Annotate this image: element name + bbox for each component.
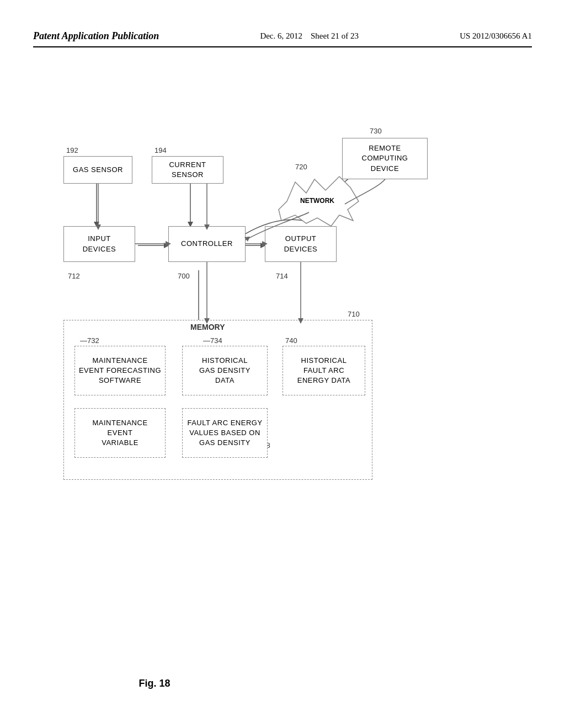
label-734: —734 [203,336,222,345]
label-714: 714 [276,272,288,280]
label-192: 192 [66,146,78,154]
memory-label: MEMORY [190,323,225,331]
label-710: 710 [348,310,360,318]
page: Patent Application Publication Dec. 6, 2… [0,0,565,728]
box-input-devices: INPUTDEVICES [63,226,135,262]
label-740: 740 [285,336,297,345]
box-fault-arc-energy: FAULT ARC ENERGYVALUES BASED ONGAS DENSI… [182,408,268,458]
box-gas-sensor: GAS SENSOR [63,156,132,184]
label-712: 712 [68,272,80,280]
svg-text:NETWORK: NETWORK [300,197,334,205]
box-current-sensor: CURRENTSENSOR [152,156,223,184]
box-historical-gas: HISTORICALGAS DENSITYDATA [182,346,268,395]
header: Patent Application Publication Dec. 6, 2… [33,30,532,47]
date: Dec. 6, 2012 [260,31,302,40]
label-194: 194 [154,146,167,154]
patent-number: US 2012/0306656 A1 [460,31,532,41]
sheet: Sheet 21 of 23 [311,31,359,40]
publication-title: Patent Application Publication [33,30,159,42]
label-720: 720 [295,163,307,171]
label-732: —732 [80,336,99,345]
diagram: 730 REMOTECOMPUTINGDEVICE 720 NETWORK 19… [33,72,532,684]
box-output-devices: OUTPUTDEVICES [265,226,337,262]
box-maintenance-variable: MAINTENANCEEVENTVARIABLE [74,408,166,458]
fig-caption: Fig. 18 [138,678,170,689]
box-controller: CONTROLLER [168,226,246,262]
header-center: Dec. 6, 2012 Sheet 21 of 23 [260,31,359,41]
box-historical-fault: HISTORICALFAULT ARCENERGY DATA [282,346,365,395]
label-730: 730 [370,127,382,135]
label-700: 700 [178,272,190,280]
box-maintenance-forecast: MAINTENANCEEVENT FORECASTINGSOFTWARE [74,346,166,395]
network-shape: NETWORK [276,171,364,232]
